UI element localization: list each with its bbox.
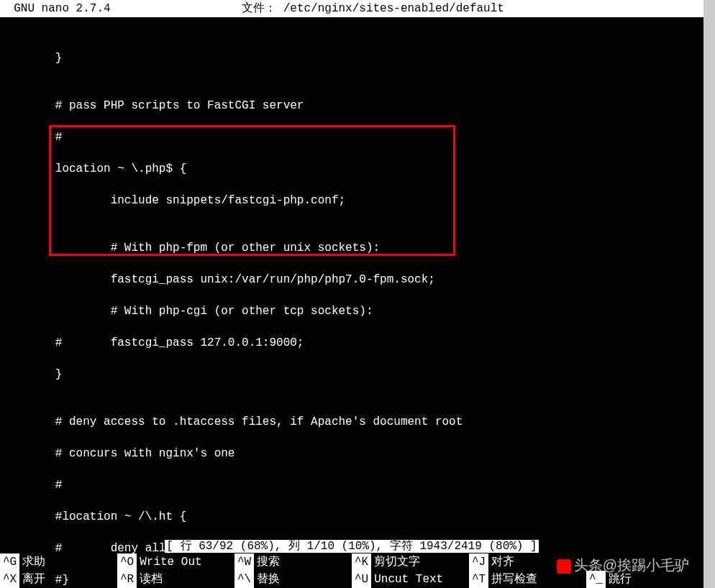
title-bar: GNU nano 2.7.4 文件： /etc/nginx/sites-enab… bbox=[0, 0, 703, 17]
help-item[interactable]: ^_跳行 bbox=[586, 571, 703, 588]
help-label: Uncut Text bbox=[374, 571, 443, 588]
code-line: #location ~ /\.ht { bbox=[0, 509, 703, 525]
help-key: ^U bbox=[352, 571, 371, 588]
help-label: 求助 bbox=[22, 553, 45, 571]
help-label: 读档 bbox=[140, 571, 163, 588]
help-key: ^K bbox=[352, 553, 371, 571]
help-item[interactable]: ^G求助 bbox=[0, 553, 117, 571]
status-text: [ 行 63/92 (68%), 列 1/10 (10%), 字符 1943/2… bbox=[165, 540, 538, 553]
code-line: # With php-cgi (or other tcp sockets): bbox=[0, 303, 703, 319]
help-item[interactable]: ^UUncut Text bbox=[352, 571, 469, 588]
code-line: include snippets/fastcgi-php.conf; bbox=[0, 193, 703, 208]
help-label: 拼写检查 bbox=[491, 571, 537, 588]
help-label: Write Out bbox=[140, 553, 201, 571]
help-label: 对齐 bbox=[491, 553, 514, 571]
code-line: # bbox=[0, 477, 703, 493]
help-label: 搜索 bbox=[257, 553, 280, 571]
help-bar: ^G求助 ^OWrite Out ^W搜索 ^K剪切文字 ^J对齐 ^X离开 ^… bbox=[0, 553, 703, 588]
help-item bbox=[586, 553, 703, 571]
help-key: ^W bbox=[234, 553, 254, 571]
help-key: ^_ bbox=[586, 571, 606, 588]
help-item[interactable]: ^K剪切文字 bbox=[352, 553, 469, 571]
code-line: # fastcgi_pass 127.0.0.1:9000; bbox=[0, 335, 703, 351]
app-name: GNU nano 2.7.4 bbox=[14, 2, 110, 15]
code-line: location ~ \.php$ { bbox=[0, 161, 703, 177]
help-item[interactable]: ^X离开 bbox=[0, 571, 117, 588]
status-bar: [ 行 63/92 (68%), 列 1/10 (10%), 字符 1943/2… bbox=[0, 538, 703, 553]
help-item[interactable]: ^R读档 bbox=[117, 571, 234, 588]
help-key: ^O bbox=[117, 553, 137, 571]
code-line: # With php-fpm (or other unix sockets): bbox=[0, 240, 703, 256]
code-line: } bbox=[0, 367, 703, 382]
help-key: ^X bbox=[0, 571, 19, 588]
highlight-box bbox=[49, 125, 455, 256]
code-line: # bbox=[0, 129, 703, 145]
file-path: /etc/nginx/sites-enabled/default bbox=[283, 2, 504, 15]
code-line: fastcgi_pass unix:/var/run/php/php7.0-fp… bbox=[0, 272, 703, 288]
help-label: 剪切文字 bbox=[374, 553, 420, 571]
help-key: ^\ bbox=[234, 571, 254, 588]
help-item[interactable]: ^W搜索 bbox=[234, 553, 352, 571]
code-line: # deny access to .htaccess files, if Apa… bbox=[0, 414, 703, 430]
code-line: } bbox=[0, 50, 703, 66]
help-item[interactable]: ^\替换 bbox=[234, 571, 352, 588]
code-line: # pass PHP scripts to FastCGI server bbox=[0, 98, 703, 114]
help-label: 离开 bbox=[22, 571, 45, 588]
code-line: # concurs with nginx's one bbox=[0, 446, 703, 461]
help-key: ^J bbox=[469, 553, 488, 571]
help-item[interactable]: ^T拼写检查 bbox=[469, 571, 586, 588]
help-item[interactable]: ^OWrite Out bbox=[117, 553, 234, 571]
help-row: ^X离开 ^R读档 ^\替换 ^UUncut Text ^T拼写检查 ^_跳行 bbox=[0, 571, 703, 588]
help-label: 替换 bbox=[257, 571, 280, 588]
help-item[interactable]: ^J对齐 bbox=[469, 553, 586, 571]
help-key: ^G bbox=[0, 553, 19, 571]
help-label: 跳行 bbox=[609, 571, 632, 588]
help-row: ^G求助 ^OWrite Out ^W搜索 ^K剪切文字 ^J对齐 bbox=[0, 553, 703, 571]
file-label: 文件： bbox=[242, 2, 276, 15]
help-key: ^T bbox=[469, 571, 488, 588]
help-key: ^R bbox=[117, 571, 137, 588]
editor-area[interactable]: } # pass PHP scripts to FastCGI server #… bbox=[0, 17, 703, 588]
